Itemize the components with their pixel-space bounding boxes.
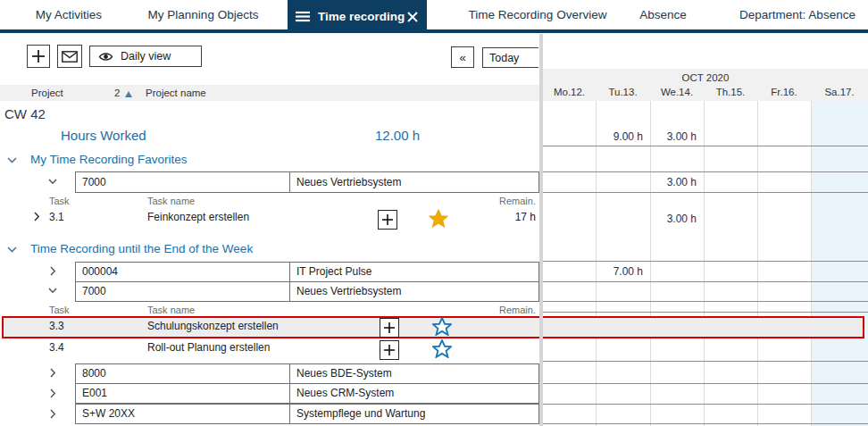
plus-icon (384, 345, 395, 355)
project-collapse-icon[interactable] (48, 179, 57, 185)
day-header-th15: Th.15. (704, 85, 757, 100)
plus-icon (32, 50, 45, 63)
favorite-star-outline-icon[interactable] (432, 339, 452, 358)
view-selector-label: Daily view (121, 50, 171, 63)
mail-button[interactable] (57, 45, 82, 68)
grid-row-line (543, 171, 868, 172)
tab-my-activities[interactable]: My Activities (11, 0, 127, 29)
day-header-mo12: Mo.12. (543, 85, 596, 100)
task-name[interactable]: Schulungskonzept erstellen (147, 320, 279, 332)
today-button[interactable]: Today (482, 47, 538, 68)
grid-row-line (543, 301, 868, 302)
project-column-header: Project (31, 85, 63, 101)
hours-cell-total-we14[interactable]: 3.00 h (650, 130, 697, 143)
panel-divider[interactable] (539, 34, 543, 426)
hours-cell-total-tu13[interactable]: 9.00 h (596, 130, 643, 143)
hours-worked-total: 12.00 h (375, 128, 420, 143)
project-collapse-icon[interactable] (48, 288, 57, 294)
project-name-column-header[interactable]: Project name (146, 85, 206, 101)
hamburger-menu-icon[interactable] (296, 11, 310, 22)
add-time-entry-button[interactable] (378, 210, 397, 230)
remaining-column-header: Remain. (402, 196, 536, 206)
tab-time-recording[interactable]: Time recording (288, 0, 427, 33)
hours-cell-000004-tu13[interactable]: 7.00 h (596, 265, 643, 278)
favorite-star-outline-icon[interactable] (432, 317, 452, 336)
project-code-cell[interactable]: S+W 20XX (75, 404, 290, 424)
active-tab-label: Time recording (318, 10, 405, 23)
project-expand-icon[interactable] (50, 266, 56, 276)
section-collapse-icon[interactable] (7, 157, 17, 163)
previous-week-button[interactable]: « (451, 46, 474, 68)
task-remaining-value: 17 h (402, 211, 536, 223)
tab-absence[interactable]: Absence (625, 0, 701, 29)
project-name-cell[interactable]: Neues CRM-System (289, 383, 539, 404)
task-column-header: Task (49, 305, 70, 315)
task-code[interactable]: 3.4 (49, 341, 64, 354)
task-name[interactable]: Feinkonzept erstellen (147, 211, 249, 223)
task-expand-icon[interactable] (34, 212, 40, 221)
add-time-entry-button[interactable] (380, 318, 399, 338)
day-header-fr16: Fr.16. (757, 85, 811, 100)
project-code-cell[interactable]: E001 (75, 383, 290, 404)
grid-row-line (543, 361, 868, 362)
plus-icon (382, 214, 393, 225)
view-selector[interactable]: Daily view (89, 46, 202, 67)
day-header-tu13: Tu.13. (596, 85, 650, 100)
add-time-entry-button[interactable] (380, 340, 399, 360)
grid-row-line (543, 281, 868, 282)
grid-column-line (757, 101, 758, 426)
grid-column-line (811, 101, 812, 426)
month-label: OCT 2020 (543, 70, 868, 86)
tab-my-planning-objects[interactable]: My Planning Objects (134, 0, 272, 29)
project-code-cell[interactable]: 000004 (75, 262, 290, 282)
project-code-cell[interactable]: 7000 (75, 171, 290, 193)
grid-row-line (543, 261, 868, 262)
project-expand-icon[interactable] (50, 368, 56, 378)
eye-icon (98, 52, 113, 62)
tabbar-underline (0, 29, 868, 33)
hours-cell-task31-we14[interactable]: 3.00 h (650, 213, 697, 225)
table-header-band (0, 85, 539, 101)
day-header-we14: We.14. (650, 85, 704, 100)
weekend-column-background (811, 101, 868, 426)
today-button-label: Today (489, 52, 519, 64)
calendar-week-label: CW 42 (4, 106, 46, 121)
project-code-cell[interactable]: 8000 (75, 363, 290, 384)
project-name-cell[interactable]: Neues Vertriebsystem (289, 281, 539, 302)
plus-icon (384, 322, 395, 333)
grid-row-line (543, 192, 868, 193)
hours-cell-7000-we14[interactable]: 3.00 h (650, 176, 697, 188)
envelope-icon (62, 51, 78, 63)
grid-row-line (543, 404, 868, 405)
time-recording-app: My Activities My Planning Objects Time r… (0, 0, 868, 426)
task-column-header: Task (49, 196, 70, 206)
grid-row-line (543, 146, 868, 146)
grid-column-line (596, 101, 597, 426)
project-expand-icon[interactable] (50, 388, 56, 398)
grid-row-line (543, 312, 868, 313)
hours-worked-label: Hours Worked (61, 128, 146, 143)
grid-row-line (543, 423, 868, 424)
task-code[interactable]: 3.1 (49, 211, 64, 223)
section-title-end-of-week: Time Recording until the End of the Week (30, 242, 253, 255)
project-expand-icon[interactable] (50, 409, 56, 419)
project-name-cell[interactable]: IT Project Pulse (289, 262, 539, 282)
project-name-cell[interactable]: Neues Vertriebsystem (289, 171, 539, 193)
project-code-cell[interactable]: 7000 (75, 281, 290, 302)
tab-department-absence[interactable]: Department: Absence (730, 0, 864, 29)
project-name-cell[interactable]: Neues BDE-System (289, 363, 539, 384)
day-header-sa17: Sa.17. (811, 85, 868, 100)
section-collapse-icon[interactable] (7, 246, 17, 253)
task-code[interactable]: 3.3 (49, 320, 64, 332)
task-name-column-header: Task name (147, 305, 195, 315)
add-button[interactable] (27, 45, 50, 68)
tab-time-recording-overview[interactable]: Time Recording Overview (444, 0, 631, 29)
remaining-column-header: Remain. (402, 305, 536, 315)
grid-column-line (650, 101, 651, 426)
task-name[interactable]: Roll-out Planung erstellen (147, 341, 270, 354)
section-title-favorites: My Time Recording Favorites (30, 153, 188, 166)
project-name-cell[interactable]: Systempflege und Wartung (289, 404, 539, 424)
grid-column-line (704, 101, 705, 426)
close-tab-icon[interactable] (407, 12, 418, 22)
grid-row-line (543, 383, 868, 384)
